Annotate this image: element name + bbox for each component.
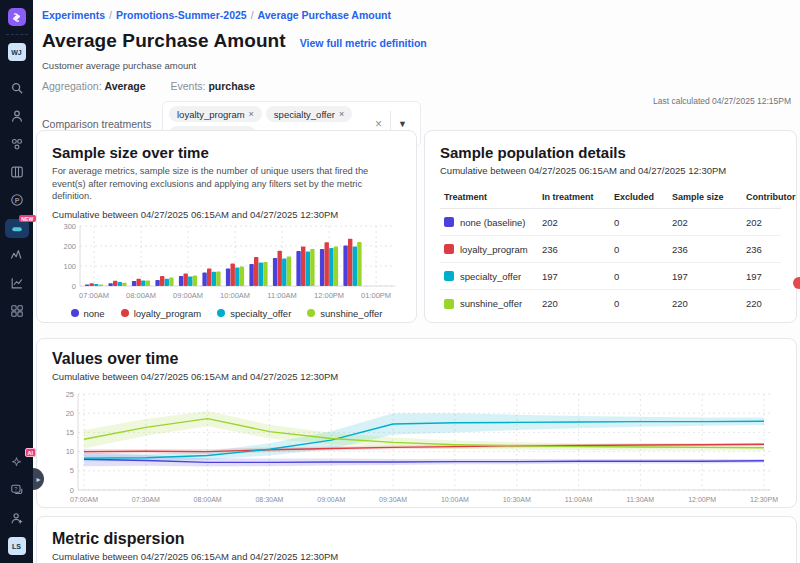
user-avatar[interactable]: LS: [8, 537, 26, 555]
page-title: Average Purchase Amount: [42, 30, 286, 52]
svg-text:11:30AM: 11:30AM: [627, 496, 655, 503]
clear-all-icon[interactable]: ×: [367, 117, 390, 131]
metric-subtitle: Customer average purchase amount: [42, 60, 790, 71]
legend-item[interactable]: loyalty_program: [121, 308, 202, 319]
svg-text:07:00AM: 07:00AM: [79, 291, 109, 300]
treatment-color-swatch: [444, 271, 454, 281]
table-column-header: In treatment: [542, 192, 614, 202]
help-chat-icon[interactable]: ?: [6, 479, 28, 501]
svg-text:200: 200: [63, 241, 76, 250]
treatment-color-swatch: [444, 217, 454, 227]
metric-definition-link[interactable]: View full metric definition: [300, 37, 427, 49]
svg-text:P: P: [14, 197, 19, 204]
legend-item[interactable]: none: [71, 308, 105, 319]
svg-text:5: 5: [70, 466, 74, 475]
chevron-down-icon[interactable]: ▼: [391, 119, 414, 129]
population-card: Sample population details Cumulative bet…: [424, 130, 797, 323]
treatment-color-swatch: [444, 244, 454, 254]
values-card: Values over time Cumulative between 04/2…: [36, 338, 797, 508]
table-cell: 197: [542, 271, 614, 282]
feature-gates-icon[interactable]: [6, 133, 28, 155]
events-value: purchase: [208, 80, 255, 92]
table-column-header: Excluded: [614, 192, 672, 202]
table-row: loyalty_program2360236236: [440, 236, 781, 263]
table-column-header: Treatment: [444, 192, 542, 202]
page-header: Experiments/Promotions-Summer-2025/Avera…: [33, 0, 800, 147]
table-row: none (baseline)2020202202: [440, 209, 781, 236]
breadcrumb-item[interactable]: Average Purchase Amount: [258, 9, 391, 21]
svg-text:0: 0: [72, 281, 76, 290]
svg-text:12:00PM: 12:00PM: [688, 496, 716, 503]
svg-text:10:00AM: 10:00AM: [220, 291, 250, 300]
experiments-icon-selected[interactable]: NEW: [5, 219, 29, 238]
comparison-label: Comparison treatments: [42, 118, 162, 130]
svg-text:09:30AM: 09:30AM: [379, 496, 407, 503]
treatment-name: sunshine_offer: [460, 298, 522, 309]
sample-size-title: Sample size over time: [52, 144, 401, 161]
aggregation-row: Aggregation: Average Events: purchase: [42, 80, 790, 92]
svg-text:08:30AM: 08:30AM: [255, 496, 283, 503]
table-cell: 236: [746, 244, 797, 255]
svg-text:12:00PM: 12:00PM: [314, 291, 344, 300]
svg-text:09:00AM: 09:00AM: [173, 291, 203, 300]
treatment-name: specialty_offer: [460, 271, 521, 282]
breadcrumb-separator: /: [109, 9, 112, 21]
dispersion-card: Metric dispersion Cumulative between 04/…: [36, 516, 797, 563]
treatment-chip[interactable]: loyalty_program×: [169, 106, 262, 122]
dispersion-cumulative: Cumulative between 04/27/2025 06:15AM an…: [52, 551, 781, 562]
treatment-color-swatch: [444, 299, 454, 309]
breadcrumb-item[interactable]: Promotions-Summer-2025: [116, 9, 247, 21]
values-cumulative: Cumulative between 04/27/2025 06:15AM an…: [52, 371, 781, 382]
user-icon[interactable]: [6, 105, 28, 127]
search-icon[interactable]: [6, 77, 28, 99]
workspace-avatar[interactable]: WJ: [8, 43, 26, 61]
population-cumulative: Cumulative between 04/27/2025 06:15AM an…: [440, 165, 781, 176]
metrics-chart-icon[interactable]: [6, 272, 28, 294]
invite-user-icon[interactable]: [6, 507, 28, 529]
legend-dot: [121, 309, 129, 317]
ai-assistant-icon[interactable]: AI: [6, 451, 28, 473]
population-title: Sample population details: [440, 144, 781, 161]
table-cell: 0: [614, 244, 672, 255]
sample-size-description: For average metrics, sample size is the …: [52, 165, 401, 203]
svg-text:01:00PM: 01:00PM: [361, 291, 391, 300]
population-table-header: TreatmentIn treatmentExcludedSample size…: [440, 185, 781, 209]
sample-size-cumulative: Cumulative between 04/27/2025 06:15AM an…: [52, 209, 401, 220]
svg-text:08:00AM: 08:00AM: [194, 496, 222, 503]
legend-label: specialty_offer: [230, 308, 291, 319]
table-column-header: Sample size: [672, 192, 746, 202]
svg-text:0: 0: [70, 486, 74, 495]
bar-chart-legend: noneloyalty_programspecialty_offersunshi…: [52, 308, 401, 319]
last-calculated: Last calculated 04/27/2025 12:15PM: [653, 96, 791, 106]
svg-text:10:00AM: 10:00AM: [441, 496, 469, 503]
values-title: Values over time: [52, 350, 781, 368]
notification-dot[interactable]: [793, 277, 800, 289]
pulse-icon[interactable]: P: [6, 189, 28, 211]
dispersion-title: Metric dispersion: [52, 530, 781, 548]
app-sidebar: WJ P NEW AI ? LS: [0, 0, 33, 563]
svg-text:100: 100: [63, 261, 76, 270]
table-cell: 0: [614, 217, 672, 228]
dashboard-grid-icon[interactable]: [6, 300, 28, 322]
table-cell: 236: [542, 244, 614, 255]
ai-badge: AI: [25, 448, 36, 457]
legend-item[interactable]: specialty_offer: [217, 308, 291, 319]
treatment-chip-label: specialty_offer: [274, 109, 335, 120]
holdouts-icon[interactable]: [6, 244, 28, 266]
main-content: Experiments/Promotions-Summer-2025/Avera…: [33, 0, 800, 563]
svg-text:10: 10: [66, 447, 74, 456]
statsig-logo-icon[interactable]: [8, 8, 26, 26]
new-badge: NEW: [19, 215, 35, 222]
treatment-chip[interactable]: specialty_offer×: [266, 106, 352, 122]
chip-remove-icon[interactable]: ×: [249, 109, 254, 119]
legend-item[interactable]: sunshine_offer: [307, 308, 382, 319]
columns-icon[interactable]: [6, 161, 28, 183]
svg-text:?: ?: [14, 486, 17, 492]
breadcrumb-separator: /: [251, 9, 254, 21]
table-cell: 220: [746, 298, 797, 309]
table-column-header: Contributors: [746, 192, 797, 202]
chip-remove-icon[interactable]: ×: [339, 109, 344, 119]
legend-label: sunshine_offer: [320, 308, 382, 319]
table-row: specialty_offer1970197197: [440, 263, 781, 290]
breadcrumb-item[interactable]: Experiments: [42, 9, 105, 21]
